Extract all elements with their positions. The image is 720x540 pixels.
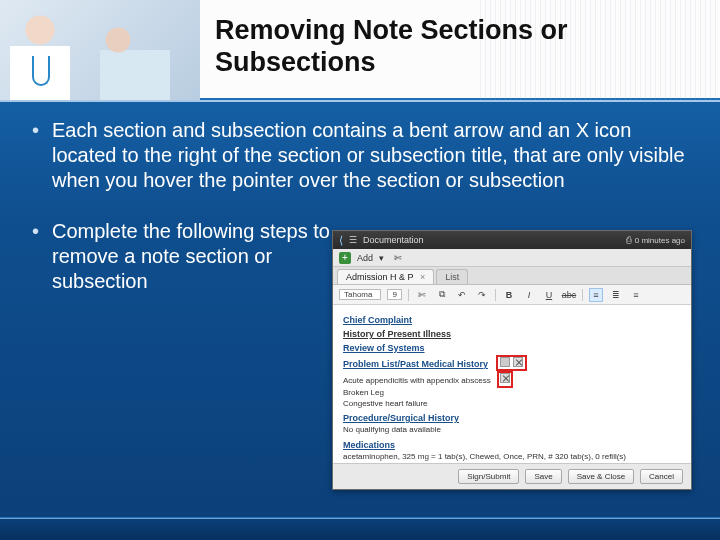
section-problems-row: Problem List/Past Medical History bbox=[343, 355, 681, 371]
dropdown-icon: ▾ bbox=[379, 253, 384, 263]
patient-figure bbox=[100, 22, 170, 100]
toolbar: + Add ▾ ✄ bbox=[333, 249, 691, 267]
window-title: Documentation bbox=[363, 235, 424, 245]
cancel-button: Cancel bbox=[640, 469, 683, 484]
psh-item-1: No qualifying data available bbox=[343, 425, 681, 435]
redo-icon: ↷ bbox=[475, 288, 489, 302]
section-chief-complaint: Chief Complaint bbox=[343, 315, 681, 325]
tab-admission-label: Admission H & P bbox=[346, 272, 413, 282]
section-psh: Procedure/Surgical History bbox=[343, 413, 681, 423]
font-size: 9 bbox=[387, 289, 401, 300]
align-center-icon: ≣ bbox=[609, 288, 623, 302]
x-icon bbox=[500, 373, 510, 383]
meds-item-1: acetaminophen, 325 mg = 1 tab(s), Chewed… bbox=[343, 452, 681, 462]
section-problems: Problem List/Past Medical History bbox=[343, 359, 488, 369]
slide: Removing Note Sections or Subsections Ea… bbox=[0, 0, 720, 540]
embedded-screenshot: ⟨ ☰ Documentation ⎙ 0 minutes ago + Add … bbox=[332, 230, 692, 490]
screenshot-footer: Sign/Submit Save Save & Close Cancel bbox=[333, 463, 691, 489]
bullet-2-text: Complete the following steps to remove a… bbox=[52, 220, 330, 292]
slide-title: Removing Note Sections or Subsections bbox=[215, 14, 702, 79]
strike-icon: abc bbox=[562, 288, 576, 302]
problems-item-1-text: Acute appendicitis with appendix abscess bbox=[343, 376, 491, 385]
close-icon: × bbox=[420, 272, 425, 282]
reminder-text: 0 minutes ago bbox=[635, 236, 685, 245]
copy-icon: ⧉ bbox=[435, 288, 449, 302]
align-left-icon: ≡ bbox=[589, 288, 603, 302]
font-name: Tahoma bbox=[339, 289, 381, 300]
problems-item-3: Congestive heart failure bbox=[343, 399, 681, 409]
hover-icons-highlight bbox=[496, 355, 527, 371]
scissors-icon: ✄ bbox=[394, 253, 402, 263]
add-label: Add bbox=[357, 253, 373, 263]
save-button: Save bbox=[525, 469, 561, 484]
bent-arrow-icon bbox=[500, 357, 510, 367]
problems-item-2: Broken Leg bbox=[343, 388, 681, 398]
document-area: Chief Complaint History of Present Illne… bbox=[333, 305, 691, 465]
cut-icon: ✄ bbox=[415, 288, 429, 302]
slide-body: Each section and subsection contains a b… bbox=[0, 110, 720, 510]
tab-list: List bbox=[436, 269, 468, 284]
tab-admission: Admission H & P × bbox=[337, 269, 434, 284]
inline-hover-highlight bbox=[497, 371, 513, 388]
bold-icon: B bbox=[502, 288, 516, 302]
bullet-list-icon: ☰ bbox=[349, 235, 357, 245]
italic-icon: I bbox=[522, 288, 536, 302]
format-toolbar: Tahoma 9 ✄ ⧉ ↶ ↷ B I U abc ≡ ≣ ≡ bbox=[333, 285, 691, 305]
header-photo bbox=[0, 0, 200, 100]
slide-footer-bar bbox=[0, 518, 720, 540]
align-right-icon: ≡ bbox=[629, 288, 643, 302]
problems-item-1: Acute appendicitis with appendix abscess bbox=[343, 371, 681, 388]
section-hpi: History of Present Illness bbox=[343, 329, 681, 339]
bullet-1-text: Each section and subsection contains a b… bbox=[52, 119, 685, 191]
undo-icon: ↶ bbox=[455, 288, 469, 302]
section-meds: Medications bbox=[343, 440, 681, 450]
doctor-figure bbox=[10, 8, 70, 100]
add-icon: + bbox=[339, 252, 351, 264]
x-icon bbox=[513, 357, 523, 367]
save-close-button: Save & Close bbox=[568, 469, 634, 484]
sign-submit-button: Sign/Submit bbox=[458, 469, 519, 484]
print-icon: ⎙ bbox=[626, 235, 631, 245]
section-ros: Review of Systems bbox=[343, 343, 681, 353]
back-arrow-icon: ⟨ bbox=[339, 234, 343, 247]
window-titlebar: ⟨ ☰ Documentation ⎙ 0 minutes ago bbox=[333, 231, 691, 249]
slide-header: Removing Note Sections or Subsections bbox=[0, 0, 720, 100]
tab-strip: Admission H & P × List bbox=[333, 267, 691, 285]
bullet-1: Each section and subsection contains a b… bbox=[28, 118, 696, 193]
underline-icon: U bbox=[542, 288, 556, 302]
